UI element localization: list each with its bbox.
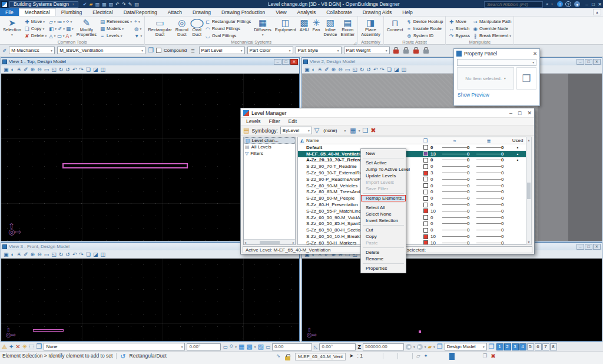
- copy-view-icon[interactable]: ❏: [387, 67, 392, 72]
- property-panel-title-bar[interactable]: Property Panel ✕: [454, 49, 539, 58]
- view-4-canvas[interactable]: ⇧◎⇨: [302, 259, 602, 341]
- filter-combo[interactable]: (none)▾: [322, 127, 347, 134]
- tab-mechanical[interactable]: Mechanical: [19, 8, 56, 16]
- clip-mask-icon[interactable]: ◫: [100, 252, 105, 257]
- view-toggle-3[interactable]: 3: [512, 343, 519, 350]
- round-fittings-button[interactable]: ◠Round Fittings: [205, 25, 251, 32]
- scroll-right-icon[interactable]: ▸: [293, 240, 294, 244]
- x-coordinate-field[interactable]: [272, 343, 312, 350]
- scroll-left-icon[interactable]: ◂: [244, 240, 246, 244]
- brightness-icon[interactable]: ☀: [317, 67, 322, 72]
- clip-volume-icon[interactable]: ◪: [93, 252, 98, 257]
- view-toggle-4[interactable]: 4: [519, 343, 526, 350]
- common-tool-icon[interactable]: ▭: [57, 33, 62, 39]
- acs-icon[interactable]: ❒: [37, 343, 42, 350]
- dialog-toggle-icon[interactable]: ❐: [148, 47, 154, 54]
- models-button[interactable]: ▦Models▾: [100, 25, 132, 32]
- view-group-folder-icon[interactable]: ▰: [428, 344, 432, 350]
- tab-attach[interactable]: Attach: [163, 8, 187, 16]
- cancel-status-icon[interactable]: ✖: [491, 353, 495, 359]
- level-color-swatch[interactable]: [423, 145, 428, 150]
- workflow-selector[interactable]: Building Systems Design ▾: [9, 1, 78, 8]
- grid-rotate-icon[interactable]: ▩: [246, 343, 252, 350]
- oval-duct-button[interactable]: ◯OvalDuct: [191, 18, 203, 38]
- update-view-icon[interactable]: ✐: [324, 67, 329, 72]
- snap-status-icon[interactable]: ✦: [424, 353, 428, 359]
- tree-horizontal-scrollbar[interactable]: ◂ ▸: [244, 239, 295, 244]
- tab-file[interactable]: File: [0, 8, 19, 16]
- new-level-icon[interactable]: ▦: [350, 127, 356, 134]
- import-export-icon[interactable]: ❏: [362, 127, 368, 134]
- tab-electrical[interactable]: Electrical: [87, 8, 118, 16]
- level-color-swatch[interactable]: [423, 171, 428, 176]
- grid-iso-icon[interactable]: ▨: [258, 343, 264, 350]
- level-list-header[interactable]: ◭ Name ❒ ≈ ≣ Used: [298, 137, 531, 144]
- level-color-swatch[interactable]: [423, 158, 428, 163]
- window-area-icon[interactable]: ▭: [44, 252, 49, 257]
- copy-view-icon[interactable]: ❏: [86, 67, 91, 72]
- system-id-button[interactable]: ⊛System ID: [406, 32, 443, 39]
- color-column-header-icon[interactable]: ❒: [422, 138, 429, 144]
- copy-button[interactable]: ❏Copy▾: [24, 25, 47, 32]
- pan-view-icon[interactable]: ↺: [65, 252, 70, 257]
- brightness-icon[interactable]: ☀: [16, 67, 21, 72]
- zoom-in-icon[interactable]: ⊕: [332, 67, 336, 72]
- override-node-button[interactable]: ◉Override Node: [472, 25, 511, 32]
- part-style-combo[interactable]: Part Style▾: [296, 47, 342, 54]
- notification-bell-icon[interactable]: !: [557, 1, 563, 7]
- zoom-out-icon[interactable]: ⊖: [37, 252, 42, 257]
- view-previous-icon[interactable]: ↶: [373, 67, 378, 72]
- adjust-colors-icon[interactable]: ◐: [11, 252, 14, 257]
- level-lock-icon[interactable]: [393, 49, 399, 54]
- level-color-swatch[interactable]: [423, 164, 428, 169]
- level-row[interactable]: S-Zz_60_50_90-M_VoidAndOpeningMark000: [298, 214, 531, 221]
- level-row[interactable]: S-Zz_60_50_10-H_BreakMarks1000: [298, 233, 531, 240]
- duct-element-iso-view[interactable]: [419, 330, 421, 333]
- compound-checkbox[interactable]: [156, 48, 161, 53]
- modify-properties-button[interactable]: ✎ModifyProperties: [76, 18, 97, 38]
- scroll-up-icon[interactable]: ▴: [528, 138, 529, 142]
- angle-coordinate-field[interactable]: [319, 343, 356, 350]
- duct-element-front-view[interactable]: [33, 329, 64, 332]
- level-color-swatch[interactable]: [423, 209, 428, 213]
- scroll-down-icon[interactable]: ▾: [528, 240, 529, 244]
- fit-view-icon[interactable]: ◱: [51, 252, 57, 257]
- view-toggle-5[interactable]: 5: [527, 343, 534, 350]
- level-color-swatch[interactable]: [423, 151, 428, 156]
- place-assembly-button[interactable]: ◨PlaceAssembly: [360, 18, 381, 38]
- tab-drawing[interactable]: Drawing: [187, 8, 216, 16]
- acs-angle-field[interactable]: [187, 343, 221, 350]
- z-coordinate-field[interactable]: [363, 343, 404, 350]
- manipulate-path-button[interactable]: ⇝Manipulate Path: [472, 18, 511, 25]
- tab-collaborate[interactable]: Collaborate: [321, 8, 357, 16]
- tab-help[interactable]: Help: [397, 8, 418, 16]
- level-color-swatch[interactable]: [423, 183, 428, 188]
- menu-item-cut[interactable]: Cut: [361, 227, 406, 233]
- tree-item-all-levels[interactable]: ▤All Levels: [244, 144, 295, 150]
- acs-rotation-icon[interactable]: ✳: [22, 343, 27, 350]
- view-restore-button[interactable]: □: [282, 59, 290, 65]
- common-tool-icon[interactable]: ◍: [134, 26, 138, 32]
- common-tool-icon[interactable]: ⟡: [66, 18, 69, 25]
- pan-view-icon[interactable]: ↺: [65, 67, 70, 72]
- common-tool-icon[interactable]: ▼: [134, 33, 139, 39]
- view-toggle-6[interactable]: 6: [535, 343, 542, 350]
- scroll-thumb[interactable]: [260, 241, 280, 244]
- active-block-indicator[interactable]: [449, 353, 455, 360]
- stretch-button[interactable]: ↔Stretch: [448, 25, 470, 32]
- common-tool-icon[interactable]: ▦: [66, 26, 71, 32]
- search-input[interactable]: [484, 1, 543, 8]
- acs-plane-snap-icon[interactable]: ✦: [9, 343, 14, 350]
- rotate-view-icon[interactable]: ↻: [360, 67, 365, 72]
- clip-mask-icon[interactable]: ◫: [100, 67, 105, 72]
- style-lock-icon[interactable]: [413, 49, 419, 54]
- level-color-swatch[interactable]: [423, 234, 428, 239]
- view-toggle-8[interactable]: 8: [550, 343, 557, 350]
- open-folder-icon[interactable]: ▰: [89, 2, 92, 7]
- account-avatar[interactable]: ●: [574, 1, 580, 7]
- dialog-launcher-icon[interactable]: ◿: [354, 41, 357, 45]
- level-row[interactable]: S-Zz_80-H_Presentation000: [298, 201, 531, 208]
- save-settings-icon[interactable]: ▦: [102, 2, 107, 7]
- zoom-in-icon[interactable]: ⊕: [31, 252, 35, 257]
- part-weight-combo[interactable]: Part Weight▾: [344, 47, 390, 54]
